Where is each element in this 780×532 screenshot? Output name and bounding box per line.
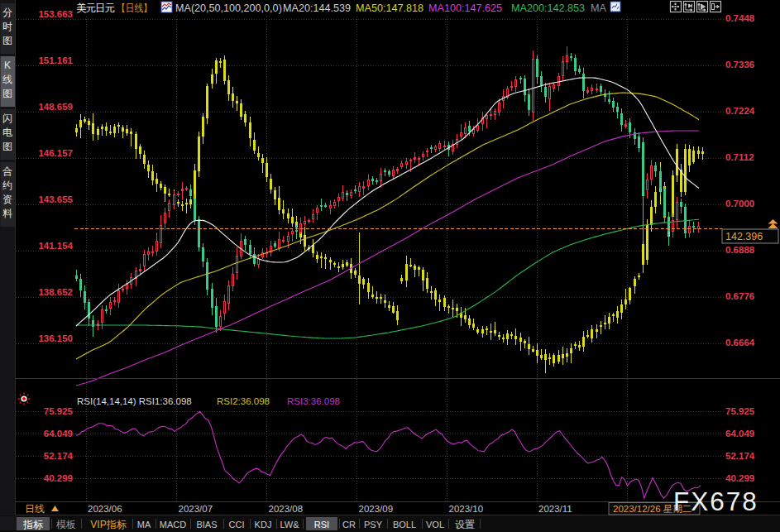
svg-text:时: 时	[2, 21, 12, 32]
svg-text:40.299: 40.299	[44, 473, 73, 483]
svg-text:0.6776: 0.6776	[725, 291, 754, 301]
svg-text:BIAS: BIAS	[196, 520, 217, 530]
svg-text:52.174: 52.174	[725, 451, 755, 461]
svg-text:0.6664: 0.6664	[725, 338, 755, 347]
svg-text:2023/08: 2023/08	[269, 504, 304, 514]
svg-text:142.396: 142.396	[725, 231, 763, 242]
svg-text:0.7112: 0.7112	[725, 152, 754, 162]
svg-text:136.150: 136.150	[38, 333, 73, 343]
svg-text:电: 电	[2, 127, 12, 138]
svg-text:模板: 模板	[56, 519, 76, 530]
svg-text:52.174: 52.174	[44, 451, 74, 461]
svg-text:146.157: 146.157	[38, 148, 73, 158]
svg-text:0.7000: 0.7000	[725, 199, 754, 208]
svg-text:CCI: CCI	[229, 520, 245, 530]
svg-text:64.049: 64.049	[725, 429, 754, 439]
svg-text:【日线】: 【日线】	[117, 2, 152, 14]
svg-text:148.659: 148.659	[38, 102, 73, 112]
svg-text:FX678: FX678	[673, 486, 758, 516]
svg-text:闪: 闪	[2, 113, 12, 124]
svg-text:合: 合	[2, 165, 12, 177]
svg-text:2023/10: 2023/10	[449, 504, 484, 514]
svg-text:日线: 日线	[25, 503, 45, 515]
svg-text:BOLL: BOLL	[393, 520, 416, 530]
svg-text:0.6888: 0.6888	[725, 245, 755, 255]
svg-text:图: 图	[2, 88, 12, 99]
svg-text:RSI(14,14,14) RSI1:36.098: RSI(14,14,14) RSI1:36.098	[77, 396, 192, 406]
svg-text:MACD: MACD	[160, 520, 186, 530]
svg-text:资: 资	[2, 194, 12, 205]
svg-text:143.655: 143.655	[38, 194, 73, 204]
svg-text:图: 图	[2, 141, 12, 152]
svg-text:MA50:147.818: MA50:147.818	[356, 2, 423, 14]
svg-text:75.925: 75.925	[725, 406, 755, 416]
svg-text:153.663: 153.663	[38, 9, 73, 19]
svg-text:MA200:142.853: MA200:142.853	[511, 2, 585, 14]
svg-text:VIP指标: VIP指标	[90, 519, 127, 530]
svg-text:2023/11: 2023/11	[538, 504, 572, 514]
svg-text:0.7448: 0.7448	[725, 13, 755, 23]
svg-text:美元日元: 美元日元	[76, 2, 115, 14]
svg-text:CR: CR	[342, 520, 356, 530]
svg-text:2023/06: 2023/06	[88, 504, 122, 514]
svg-text:线: 线	[2, 74, 12, 85]
svg-text:RSI3:36.098: RSI3:36.098	[287, 396, 340, 406]
svg-text:设置: 设置	[455, 519, 475, 530]
svg-text:138.652: 138.652	[38, 287, 73, 297]
svg-text:K: K	[4, 60, 11, 71]
svg-text:75.925: 75.925	[44, 406, 74, 416]
svg-text:40.299: 40.299	[725, 473, 754, 483]
svg-text:141.154: 141.154	[38, 241, 73, 251]
svg-text:MA: MA	[591, 2, 606, 14]
svg-text:PSY: PSY	[364, 520, 383, 530]
svg-text:料: 料	[2, 208, 12, 219]
svg-text:分: 分	[2, 7, 12, 18]
svg-text:2023/07: 2023/07	[179, 504, 213, 514]
svg-text:VOL: VOL	[426, 520, 444, 530]
svg-text:RSI2:36.098: RSI2:36.098	[217, 396, 270, 406]
svg-text:64.049: 64.049	[44, 429, 73, 439]
svg-text:KDJ: KDJ	[255, 520, 272, 530]
svg-text:151.161: 151.161	[38, 55, 73, 65]
svg-text:指标: 指标	[22, 519, 44, 530]
svg-text:MA20:144.539: MA20:144.539	[283, 2, 351, 14]
svg-text:RSI: RSI	[314, 520, 329, 530]
svg-text:2023/09: 2023/09	[359, 504, 394, 514]
svg-text:0.7224: 0.7224	[725, 106, 755, 116]
svg-text:MA: MA	[137, 520, 151, 530]
svg-text:LW&: LW&	[280, 520, 299, 530]
svg-text:MA100:147.625: MA100:147.625	[428, 2, 502, 14]
svg-text:约: 约	[2, 180, 12, 191]
svg-text:MA(20,50,100,200,0,0): MA(20,50,100,200,0,0)	[175, 2, 282, 14]
svg-text:0.7336: 0.7336	[725, 60, 754, 69]
svg-text:图: 图	[2, 35, 12, 46]
